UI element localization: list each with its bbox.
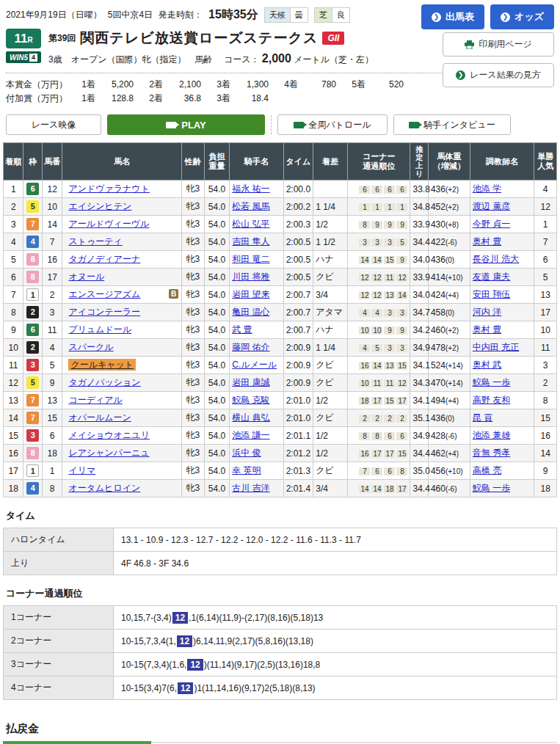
jockey-link[interactable]: 松若 風馬	[232, 201, 269, 211]
time-section-title: タイム	[6, 509, 554, 522]
jockey-link[interactable]: 松山 弘平	[232, 219, 269, 229]
trainer-link[interactable]: 鮫島 一歩	[473, 483, 510, 493]
horse-link[interactable]: アールドヴィーヴル	[68, 219, 149, 229]
trainer-link[interactable]: 鮫島 一歩	[473, 377, 510, 387]
jockey-link[interactable]: 川田 将雅	[232, 271, 269, 282]
horse-link[interactable]: スパークル	[68, 342, 113, 352]
horse-link[interactable]: ストゥーティ	[68, 236, 122, 247]
horse-link[interactable]: オータムヒロイン	[68, 483, 140, 493]
race-video-button[interactable]: レース映像	[6, 114, 101, 135]
horse-link[interactable]: オヌール	[68, 271, 104, 282]
horse-link[interactable]: タガノパッション	[68, 377, 140, 387]
race-video-label: レース映像	[32, 119, 76, 131]
trainer-link[interactable]: 高橋 亮	[473, 465, 501, 475]
jockey-link[interactable]: 亀田 温心	[232, 307, 269, 317]
race-date: 2021年9月19日（日曜）	[6, 9, 102, 21]
jockey-link[interactable]: C.ルメール	[232, 360, 277, 370]
jockey-link[interactable]: 武 豊	[232, 324, 252, 335]
turf-label: 芝	[315, 8, 332, 22]
corner-position: 17	[396, 485, 407, 493]
trainer-link[interactable]: 長谷川 浩大	[473, 254, 519, 264]
odds-button[interactable]: ❯ オッズ	[490, 4, 554, 29]
trainer-link[interactable]: 池添 学	[473, 183, 501, 194]
trainer-link[interactable]: 安田 翔伍	[473, 289, 510, 299]
horse-link[interactable]: レアシャンパーニュ	[68, 448, 149, 458]
margin-cell: ハナ	[313, 321, 348, 339]
trainer-cell: 高野 友和	[470, 392, 534, 409]
patrol-video-button[interactable]: 全周パトロール	[277, 114, 388, 135]
jockey-cell: 吉田 隼人	[230, 233, 283, 251]
trainer-link[interactable]: 昆 貢	[473, 412, 492, 423]
jockey-link[interactable]: 岩田 望来	[232, 289, 269, 299]
sex-age: 牝3	[182, 304, 205, 321]
race-conditions: 3歳 オープン（国際）牝（指定） 馬齢 コース： 2,000 メートル（芝・左）	[48, 52, 374, 66]
corner-position: 2	[359, 415, 370, 423]
trainer-link[interactable]: 今野 貞一	[473, 219, 510, 229]
jockey-link[interactable]: 岩田 康誠	[232, 377, 269, 387]
win-popularity: 3	[534, 357, 557, 374]
horse-link[interactable]: エイシンヒテン	[68, 201, 131, 211]
trainer-link[interactable]: 池添 兼雄	[473, 430, 510, 440]
horse-link[interactable]: エンスージアズム	[68, 289, 140, 299]
odds-label: オッズ	[514, 10, 544, 23]
video-camera-icon	[166, 122, 176, 128]
trainer-link[interactable]: 高野 友和	[473, 395, 510, 405]
horse-link[interactable]: クールキャット	[68, 359, 136, 371]
frame-number-badge: 6	[26, 183, 39, 195]
trainer-link[interactable]: 音無 秀孝	[473, 448, 510, 458]
jockey-link[interactable]: 吉田 隼人	[232, 236, 269, 247]
jockey-link[interactable]: 福永 祐一	[232, 183, 269, 194]
finish-position: 11	[4, 357, 23, 374]
meeting-info: 5回中京4日	[108, 9, 153, 21]
jockey-link[interactable]: 浜中 俊	[232, 448, 261, 458]
jockey-link[interactable]: 幸 英明	[232, 465, 261, 475]
corner-order-cell: 16141315	[348, 357, 410, 374]
jockey-link[interactable]: 鮫島 克駿	[232, 395, 269, 405]
trainer-link[interactable]: 奥村 豊	[473, 324, 501, 335]
result-row: 1536メイショウオニユリ牝354.0池添 謙一2:01.11/2886634.…	[4, 427, 557, 445]
sex-age: 牝3	[182, 216, 205, 233]
bodyweight-cell: 478(+2)	[428, 339, 470, 357]
jockey-link[interactable]: 池添 謙一	[232, 430, 269, 440]
trainer-link[interactable]: 中内田 充正	[473, 342, 519, 352]
play-button[interactable]: PLAY	[107, 114, 265, 135]
corner-position: 13	[384, 291, 395, 299]
horse-link[interactable]: オパールムーン	[68, 412, 131, 423]
horse-number: 18	[42, 445, 62, 462]
jockey-link[interactable]: 古川 吉洋	[232, 483, 269, 493]
result-guide-button[interactable]: ❯ レース結果の見方	[443, 63, 554, 87]
horse-link[interactable]: メイショウオニユリ	[68, 430, 150, 440]
corner-position: 8	[359, 432, 370, 440]
corner-order-cell: 4433	[348, 304, 410, 321]
jockey-link[interactable]: 和田 竜二	[232, 254, 269, 264]
trainer-link[interactable]: 奥村 武	[473, 360, 501, 370]
results-header-row: 着順枠馬番馬名性齢負担 重量騎手名タイム着差コーナー 通過順位推定上り馬体重 （…	[4, 143, 557, 180]
print-page-button[interactable]: 印刷用ページ	[443, 32, 554, 56]
last-3f-time: 33.9	[410, 269, 428, 286]
horse-link[interactable]: コーディアル	[68, 395, 122, 405]
jockey-link[interactable]: 横山 典弘	[232, 412, 269, 423]
trainer-link[interactable]: 渡辺 薫彦	[473, 201, 510, 211]
carried-weight: 54.0	[204, 357, 230, 374]
horse-number: 2	[42, 286, 62, 304]
trainer-link[interactable]: 河内 洋	[473, 307, 501, 317]
horse-link[interactable]: タガノディアーナ	[68, 254, 140, 264]
horse-link[interactable]: アイコンテーラー	[68, 307, 140, 317]
last-3f-time: 34.3	[410, 374, 428, 392]
finish-position: 9	[4, 321, 23, 339]
video-camera-icon	[409, 122, 419, 128]
bodyweight-cell: 452(+2)	[428, 198, 470, 216]
horse-link[interactable]: イリマ	[68, 465, 95, 475]
jockey-link[interactable]: 藤岡 佑介	[232, 342, 269, 352]
jockey-interview-button[interactable]: 騎手インタビュー	[393, 114, 511, 135]
corner-position: 3	[359, 238, 370, 247]
corner-order-cell: 1111	[348, 198, 410, 216]
entry-table-button[interactable]: ❯ 出馬表	[421, 4, 484, 29]
trainer-link[interactable]: 奥村 豊	[473, 236, 501, 247]
horse-link[interactable]: プリュムドール	[68, 324, 131, 335]
win-popularity: 8	[534, 392, 557, 409]
horse-link[interactable]: アンドヴァラナウト	[68, 183, 150, 194]
trainer-link[interactable]: 友道 康夫	[473, 271, 510, 282]
corner-position: 12	[371, 291, 382, 299]
sex-age: 牝3	[182, 180, 205, 198]
